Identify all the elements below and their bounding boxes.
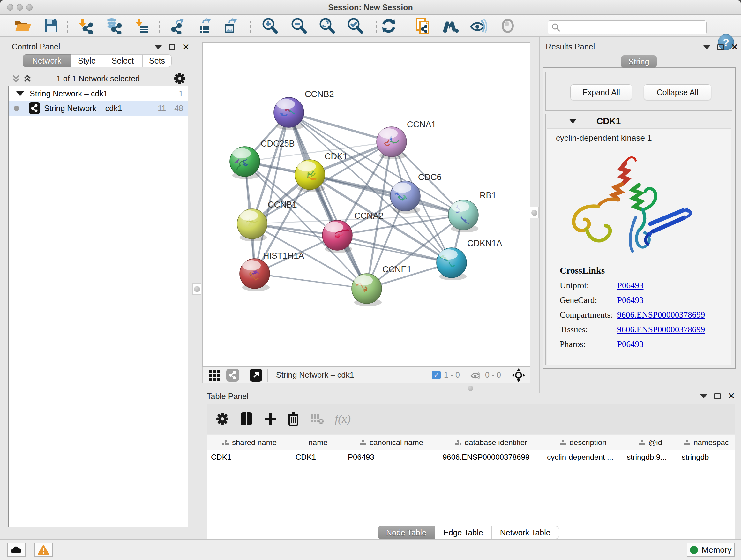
control-panel-float-icon[interactable] [169, 44, 175, 51]
tab-sets[interactable]: Sets [143, 54, 172, 67]
table-panel-close-icon[interactable]: ✕ [728, 393, 735, 399]
show-all-button[interactable] [499, 17, 517, 34]
export-table-button[interactable] [197, 17, 214, 34]
selected-checkbox-icon[interactable]: ✓ [432, 371, 441, 379]
right-splitter-handle[interactable] [530, 207, 539, 219]
open-session-button[interactable] [14, 17, 32, 34]
export-network-icon [170, 18, 186, 34]
table-row[interactable]: CDK1 CDK1 P06493 9606.ENSP00000378699 cy… [207, 450, 735, 464]
zoom-selected-button[interactable] [346, 17, 364, 34]
column-header[interactable]: canonical name [344, 435, 439, 449]
column-header[interactable]: namespac [678, 435, 735, 449]
table-panel-menu-icon[interactable] [700, 394, 707, 398]
crosslinks-heading: CrossLinks [560, 265, 726, 276]
results-panel-float-icon[interactable] [718, 44, 724, 51]
export-image-button[interactable] [221, 17, 239, 34]
birdseye-navigator-icon[interactable] [512, 368, 526, 382]
crosslink-link[interactable]: 9606.ENSP00000378699 [617, 310, 705, 320]
crosslink-link[interactable]: P06493 [617, 281, 644, 291]
memory-button[interactable]: Memory [687, 543, 735, 557]
expand-all-button[interactable]: Expand All [570, 84, 632, 100]
collapse-all-button[interactable]: Collapse All [644, 84, 711, 100]
string-network-graph[interactable]: CCNB2CCNA1CDC25BCDK1CDC6RB1CCNB1CCNA2CDK… [203, 43, 531, 367]
network-node-rb1[interactable]: RB1 [448, 191, 496, 233]
export-network-button[interactable] [169, 17, 187, 34]
warning-status-button[interactable] [34, 543, 53, 557]
first-neighbors-button[interactable] [442, 17, 460, 34]
open-in-window-button[interactable] [250, 369, 262, 381]
column-header[interactable]: description [543, 435, 623, 449]
column-header[interactable]: name [292, 435, 344, 449]
left-splitter-handle[interactable] [192, 283, 201, 295]
column-label: namespac [693, 438, 729, 447]
results-panel-menu-icon[interactable] [703, 45, 711, 50]
crosslink-row: GeneCard: P06493 [560, 295, 726, 305]
tab-network[interactable]: Network [23, 54, 71, 67]
zoom-in-icon [261, 17, 278, 35]
clone-network-button[interactable] [414, 17, 432, 34]
refresh-icon [381, 18, 397, 34]
grid-view-icon[interactable] [208, 368, 221, 382]
table-toolbar: f(x) [207, 404, 735, 434]
tab-string[interactable]: String [621, 55, 657, 68]
collection-expand-icon[interactable] [16, 91, 24, 96]
gene-section-header[interactable]: CDK1 [546, 114, 732, 128]
crosslink-label: Compartments: [560, 310, 617, 320]
show-columns-icon[interactable] [240, 412, 253, 426]
gear-icon[interactable] [174, 72, 186, 84]
network-row[interactable]: String Network – cdk1 11 48 [9, 101, 188, 116]
import-database-icon [105, 18, 122, 34]
network-canvas[interactable]: CCNB2CCNA1CDC25BCDK1CDC6RB1CCNB1CCNA2CDK… [202, 43, 530, 367]
cloud-status-button[interactable] [7, 543, 25, 557]
crosslink-link[interactable]: P06493 [617, 295, 644, 305]
import-network-database-button[interactable] [105, 17, 122, 34]
tab-style[interactable]: Style [71, 54, 103, 67]
hide-selected-button[interactable] [470, 17, 488, 34]
tab-node-table[interactable]: Node Table [378, 526, 435, 539]
cell-database-identifier: 9606.ENSP00000378699 [439, 450, 543, 464]
save-icon [44, 18, 58, 33]
network-node-hist1h1a[interactable]: HIST1H1A [240, 251, 304, 291]
gene-collapse-icon[interactable] [569, 119, 577, 124]
export-image-icon [222, 18, 239, 34]
table-gear-icon[interactable] [216, 413, 229, 425]
add-column-icon[interactable] [264, 413, 277, 425]
table-panel-float-icon[interactable] [714, 393, 721, 399]
hidden-counts: 0 - 0 [485, 370, 501, 380]
save-session-button[interactable] [42, 17, 60, 34]
zoom-fit-button[interactable] [318, 17, 336, 34]
search-field[interactable] [548, 20, 706, 35]
control-panel-close-icon[interactable]: ✕ [182, 44, 190, 51]
column-header[interactable]: database identifier [439, 435, 543, 449]
toolbar-separator [267, 369, 268, 381]
network-node-ccnb1[interactable]: CCNB1 [237, 200, 297, 241]
tab-edge-table[interactable]: Edge Table [435, 526, 492, 539]
search-input[interactable] [561, 22, 706, 33]
tab-select[interactable]: Select [103, 54, 143, 67]
splitter-knob [194, 286, 200, 292]
network-node-ccne1[interactable]: CCNE1 [352, 265, 412, 306]
network-share-badge[interactable] [226, 369, 239, 381]
network-view-toolbar: String Network – cdk1 ✓ 1 - 0 0 - 0 [202, 367, 530, 383]
refresh-button[interactable] [380, 17, 398, 34]
control-panel-menu-icon[interactable] [155, 45, 162, 50]
zoom-out-button[interactable] [290, 17, 308, 34]
toolbar-separator [67, 19, 68, 33]
network-view-title: String Network – cdk1 [276, 370, 354, 380]
tab-network-table[interactable]: Network Table [492, 526, 559, 539]
network-collection-row[interactable]: String Network – cdk1 1 [9, 86, 188, 101]
toolbar-separator [250, 19, 251, 33]
crosslink-link[interactable]: 9606.ENSP00000378699 [617, 325, 705, 334]
column-header[interactable]: shared name [207, 435, 292, 449]
delete-column-icon[interactable] [287, 412, 299, 426]
results-panel-close-icon[interactable]: ✕ [731, 44, 738, 51]
crosslink-link[interactable]: P06493 [617, 339, 644, 349]
network-node-ccna1[interactable]: CCNA1 [377, 120, 436, 159]
column-header[interactable]: @id [623, 435, 678, 449]
import-network-file-button[interactable] [77, 17, 94, 34]
zoom-in-button[interactable] [261, 17, 279, 34]
network-node-cdkn1a[interactable]: CDKN1A [436, 239, 502, 280]
search-icon [551, 23, 561, 32]
import-table-button[interactable] [133, 17, 151, 34]
export-table-icon [197, 18, 214, 34]
